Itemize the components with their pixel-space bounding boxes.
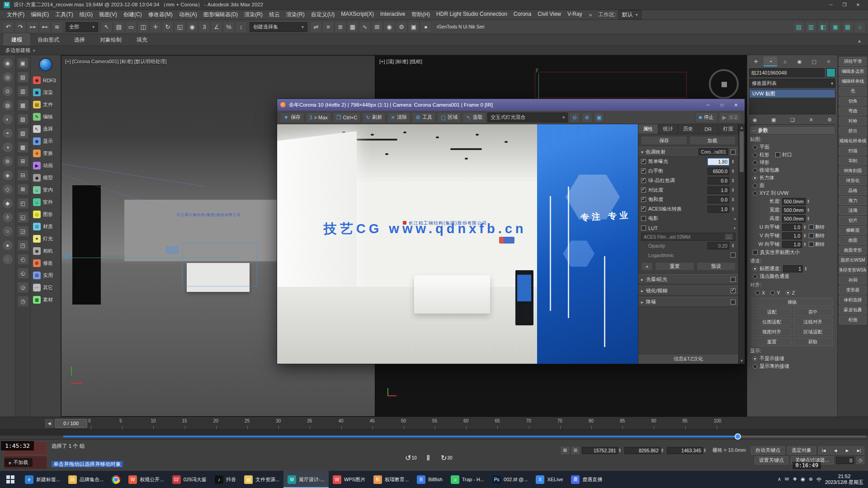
timeline-tick[interactable]: 25 xyxy=(247,417,278,429)
menu-item[interactable]: 文件(F) xyxy=(4,9,28,20)
utilities-tab[interactable]: ⌗ xyxy=(822,56,835,66)
tool-icon[interactable]: ▨ xyxy=(18,128,28,139)
rail-category-item[interactable]: ⌂ 室内 xyxy=(31,184,61,196)
rail-category-item[interactable]: ◆ 模型 xyxy=(31,172,61,184)
layer-manager-icon[interactable]: ≣ xyxy=(335,21,346,33)
plugin-icon[interactable]: ▥ xyxy=(805,21,817,33)
rendered-frame-window-icon[interactable]: ▣ xyxy=(408,21,420,33)
menu-item[interactable]: 自定义(U) xyxy=(308,9,338,20)
channel-radio-option[interactable]: 顶点颜色通道 xyxy=(749,272,835,280)
menu-item[interactable]: 创建(C) xyxy=(120,9,145,20)
menu-item[interactable]: V-Ray xyxy=(564,9,585,20)
taskbar-item-chrome[interactable] xyxy=(108,471,124,488)
lut-log-row[interactable]: Logarithmic xyxy=(638,250,738,260)
lut-row[interactable]: LUT ▾ xyxy=(638,223,738,233)
tool-icon[interactable]: ◑ xyxy=(2,142,13,153)
timeline-tick[interactable]: 75 xyxy=(560,417,591,429)
param-value-input[interactable]: 1.0 xyxy=(708,206,729,213)
timeline-tick[interactable]: 10 xyxy=(153,417,184,429)
remove-modifier-icon[interactable]: ✕ xyxy=(809,117,813,123)
vfb-scrollbar[interactable]: ▲ ▼ xyxy=(738,124,745,364)
taskbar-item-029[interactable]: 02 029冯大鉴 xyxy=(168,471,211,488)
modifier-set-button[interactable]: 球形化 xyxy=(839,176,867,185)
zoom-out-icon[interactable]: ⊖ xyxy=(569,112,580,123)
ribbon-tab[interactable]: 填充 xyxy=(129,34,155,46)
spinner[interactable] xyxy=(807,199,811,203)
modifier-set-button[interactable]: 面挤出WSM xyxy=(839,256,867,265)
taskbar-item-douyin[interactable]: ♪ 抖音 xyxy=(211,471,240,488)
tiling-input[interactable]: 1.0 xyxy=(782,232,802,239)
display-radio-option[interactable]: 显示薄的接缝 xyxy=(749,362,835,370)
menu-item[interactable]: Corona xyxy=(510,9,534,20)
selection-filter-dropdown[interactable]: 全部 xyxy=(66,22,98,32)
rail-category-item[interactable]: ▣ 渲染 xyxy=(31,86,61,99)
rail-category-item[interactable]: ◉ 相机 xyxy=(31,245,61,257)
modifier-set-button[interactable]: 曲面变形 xyxy=(839,246,867,255)
current-frame-input[interactable]: 0 xyxy=(836,457,854,464)
mapping-radio-option[interactable]: 球形 xyxy=(749,159,835,166)
rail-category-item[interactable]: ⋯ 其它 xyxy=(31,282,61,294)
vfb-config-save-button[interactable]: 保存 xyxy=(641,136,687,145)
bind-to-space-warp-icon[interactable]: ≋ xyxy=(51,21,63,33)
tool-icon[interactable]: ▤ xyxy=(18,72,28,83)
modifier-stack-item[interactable]: UVW 贴图 xyxy=(750,89,835,98)
section-checkbox[interactable] xyxy=(731,288,736,293)
tray-icon[interactable]: ✉ xyxy=(785,476,789,483)
lut-file-dropdown[interactable]: ACES Film...ast 02Mild ... xyxy=(641,233,736,241)
tonemap-preset-button[interactable]: 预设 xyxy=(697,262,736,271)
toggle-ribbon-icon[interactable]: ▦ xyxy=(347,21,359,33)
menu-item[interactable]: 动画(A) xyxy=(176,9,200,20)
taskbar-item-photoshop[interactable]: Ps 002.tif @... xyxy=(488,471,532,488)
tray-icon[interactable]: ◉ xyxy=(801,476,805,483)
modifier-set-button[interactable]: 路径变形WSM xyxy=(839,266,867,275)
rendered-image[interactable]: 专注 专业 长江精工钢结构(集团)股份有限公司 技艺CG www.qdnxfb.… xyxy=(277,124,638,364)
spinner[interactable] xyxy=(731,197,736,202)
vfb-copy-button[interactable]: ❐Ctrl+C xyxy=(333,112,361,123)
spinner[interactable] xyxy=(731,207,736,211)
vfb-section-header[interactable]: 光晕/眩光 xyxy=(638,274,738,284)
close-button[interactable]: ✕ xyxy=(852,1,864,9)
flip-checkbox[interactable] xyxy=(809,233,814,238)
modifier-set-button[interactable]: 壳 xyxy=(839,87,867,96)
tonemap-enable-checkbox[interactable] xyxy=(731,150,736,155)
spinner[interactable] xyxy=(804,267,808,271)
curve-editor-icon[interactable]: ∿ xyxy=(359,21,371,33)
taskbar-item-music[interactable]: ♫ Trap - H... xyxy=(447,471,488,488)
tool-icon[interactable]: ◈ xyxy=(2,170,13,181)
start-button[interactable] xyxy=(0,471,21,488)
viewport-label[interactable]: [+] [Corona Camera001] [标准] [默认明暗处理] xyxy=(65,58,167,65)
menu-item[interactable]: MAXScript(X) xyxy=(338,9,377,20)
window-crossing-icon[interactable]: ◫ xyxy=(137,21,149,33)
flip-checkbox[interactable] xyxy=(809,242,814,247)
modifier-set-button[interactable]: 涟漪 xyxy=(839,206,867,215)
tool-icon[interactable]: ◌ xyxy=(2,254,13,265)
timeline-tick[interactable]: 85 xyxy=(623,417,654,429)
spinner[interactable] xyxy=(807,208,811,212)
mapping-radio-option[interactable]: XYZ 到 UVW xyxy=(749,189,835,197)
timeline-tick[interactable]: 0 xyxy=(91,417,122,429)
ribbon-panel-title[interactable]: 多边形建模 xyxy=(5,47,35,54)
taskbar-item-billfish[interactable]: B Billfish xyxy=(413,471,447,488)
mapping-radio-option[interactable]: 平面 xyxy=(749,143,835,151)
align-button[interactable]: 适配 xyxy=(752,308,792,316)
vfb-tab[interactable]: 属性 xyxy=(638,124,658,134)
spinner[interactable] xyxy=(731,178,736,183)
use-pivot-center-icon[interactable]: ◉ xyxy=(186,21,198,33)
rail-category-item[interactable]: ⌂ 室外 xyxy=(31,196,61,208)
vfb-send-to-max-button[interactable]: 3> Max xyxy=(306,112,331,123)
time-configuration-icon[interactable]: ◷ xyxy=(856,457,864,464)
rail-category-item[interactable]: ↖ 选择 xyxy=(31,123,61,135)
timeline-tick[interactable]: 100 xyxy=(717,417,748,429)
pin-stack-icon[interactable]: ◉ xyxy=(753,117,757,123)
workspace-dropdown[interactable]: 默认 ▾ xyxy=(618,10,642,19)
vfb-region-button[interactable]: ▢区域 xyxy=(437,112,461,123)
rail-category-item[interactable]: ✎ 编辑 xyxy=(31,111,61,123)
vfb-pick-button[interactable]: ↖选取 xyxy=(462,112,486,123)
lut-browse-button[interactable]: ... xyxy=(725,234,733,240)
interactive-mode-dropdown[interactable]: 交互式灯光混合 xyxy=(487,113,568,122)
opacity-input[interactable]: 0.20 xyxy=(708,242,729,249)
tiling-input[interactable]: 1.0 xyxy=(782,224,802,231)
tool-icon[interactable]: ◎ xyxy=(2,72,13,83)
scroll-thumb[interactable] xyxy=(740,131,744,172)
rail-category-item[interactable]: ✦ 灯光 xyxy=(31,233,61,245)
